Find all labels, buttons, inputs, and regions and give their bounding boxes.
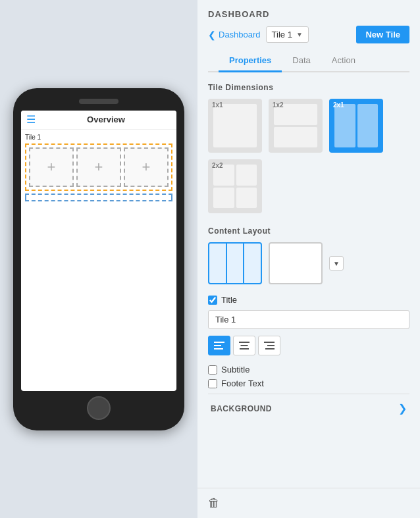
- svg-rect-1: [214, 345, 221, 346]
- tab-properties[interactable]: Properties: [219, 50, 282, 72]
- title-checkbox-label[interactable]: Title: [221, 295, 237, 305]
- footer-checkbox[interactable]: [208, 379, 217, 388]
- tabs-row: Properties Data Action: [208, 50, 409, 72]
- tile-row: + + +: [25, 143, 172, 191]
- tile-cell-1[interactable]: +: [29, 147, 74, 187]
- align-right-icon: [264, 342, 275, 350]
- title-checkbox[interactable]: [208, 296, 217, 305]
- subtitle-checkbox[interactable]: [208, 365, 217, 375]
- dimension-2x1[interactable]: 2x1: [329, 99, 383, 153]
- dim-cell-2x2-4: [236, 188, 257, 209]
- tile-cell-2[interactable]: +: [76, 147, 121, 187]
- footer-label[interactable]: Footer Text: [221, 378, 264, 388]
- dim-label-2x1: 2x1: [333, 101, 344, 109]
- phone-device: ☰ Overview Tile 1 + + +: [13, 88, 184, 430]
- dim-cell-2x1-1: [334, 104, 355, 147]
- svg-rect-0: [214, 342, 224, 343]
- dim-cell-1x1-1: [213, 104, 257, 147]
- tile-select-value: Tile 1: [272, 30, 292, 39]
- subtitle-label[interactable]: Subtitle: [221, 365, 249, 375]
- svg-rect-3: [239, 342, 249, 343]
- svg-rect-6: [264, 342, 275, 343]
- phone-header: ☰ Overview: [21, 111, 176, 130]
- tile-selector[interactable]: Tile 1 ▼: [266, 26, 309, 43]
- svg-rect-7: [267, 345, 275, 346]
- panel-header: DASHBOARD ❮ Dashboard Tile 1 ▼ New Tile …: [197, 0, 420, 72]
- align-right-button[interactable]: [258, 336, 280, 355]
- tile-dimensions-title: Tile Dimensions: [208, 83, 409, 92]
- footer-row: Footer Text: [208, 378, 409, 388]
- back-label: Dashboard: [219, 30, 261, 39]
- phone-panel: ☰ Overview Tile 1 + + +: [0, 0, 197, 518]
- header-row: ❮ Dashboard Tile 1 ▼ New Tile: [208, 26, 409, 43]
- align-center-icon: [239, 342, 249, 350]
- dim-label-2x2: 2x2: [212, 162, 223, 169]
- layout-blank[interactable]: [269, 242, 323, 284]
- align-left-icon: [214, 342, 224, 350]
- dim-label-1x2: 1x2: [273, 101, 284, 109]
- new-tile-button[interactable]: New Tile: [356, 26, 409, 43]
- svg-rect-4: [241, 345, 248, 346]
- plus-icon-1: +: [47, 159, 56, 176]
- plus-icon-3: +: [142, 159, 151, 176]
- dimension-1x2[interactable]: 1x2: [269, 99, 323, 153]
- tile-label: Tile 1: [25, 134, 172, 141]
- tab-action[interactable]: Action: [321, 50, 366, 72]
- layout-columns[interactable]: [208, 242, 262, 284]
- background-section[interactable]: BACKGROUND ❯: [208, 394, 409, 423]
- delete-icon[interactable]: 🗑: [208, 496, 220, 510]
- title-checkbox-row: Title: [208, 295, 409, 305]
- svg-rect-2: [214, 348, 223, 350]
- right-panel: DASHBOARD ❮ Dashboard Tile 1 ▼ New Tile …: [197, 0, 420, 518]
- svg-rect-8: [265, 348, 275, 350]
- layout-dropdown-button[interactable]: ▼: [329, 256, 344, 271]
- dimension-1x1[interactable]: 1x1: [208, 99, 262, 153]
- drop-zone: [25, 194, 172, 201]
- alignment-row: [208, 336, 409, 355]
- dim-cell-2x2-3: [213, 188, 234, 209]
- layout-col-2: [227, 244, 245, 283]
- dashboard-title: DASHBOARD: [208, 9, 409, 19]
- phone-screen: ☰ Overview Tile 1 + + +: [21, 111, 176, 391]
- dim-cell-2x2-2: [236, 165, 257, 186]
- phone-speaker: [79, 99, 118, 104]
- content-layout-title: Content Layout: [208, 226, 409, 236]
- content-layout-row: ▼: [208, 242, 409, 284]
- tab-data[interactable]: Data: [282, 50, 321, 72]
- align-center-button[interactable]: [233, 336, 255, 355]
- plus-icon-2: +: [95, 159, 103, 176]
- back-button[interactable]: ❮ Dashboard: [208, 30, 261, 40]
- layout-col-1: [209, 244, 227, 283]
- title-input[interactable]: [208, 310, 409, 329]
- phone-content: Tile 1 + + +: [21, 130, 176, 391]
- align-left-button[interactable]: [208, 336, 230, 355]
- back-chevron-icon: ❮: [208, 30, 216, 40]
- subtitle-row: Subtitle: [208, 365, 409, 375]
- panel-body: Tile Dimensions 1x1 1x2 2x1: [197, 72, 420, 488]
- dimensions-grid: 1x1 1x2 2x1: [208, 99, 409, 213]
- phone-home-button[interactable]: [87, 396, 111, 420]
- tile-cell-3[interactable]: +: [124, 147, 169, 187]
- dim-cell-1x2-2: [274, 127, 317, 148]
- background-label: BACKGROUND: [211, 404, 272, 413]
- background-chevron-icon: ❯: [398, 402, 407, 415]
- hamburger-icon: ☰: [26, 115, 36, 125]
- tile-select-arrow-icon: ▼: [296, 31, 303, 38]
- phone-screen-title: Overview: [41, 115, 171, 124]
- layout-col-3: [244, 244, 261, 283]
- dim-label-1x1: 1x1: [212, 101, 223, 109]
- panel-footer: 🗑: [197, 488, 420, 518]
- dimension-2x2[interactable]: 2x2: [208, 159, 262, 213]
- svg-rect-5: [240, 348, 249, 350]
- dim-cell-2x1-2: [357, 104, 379, 147]
